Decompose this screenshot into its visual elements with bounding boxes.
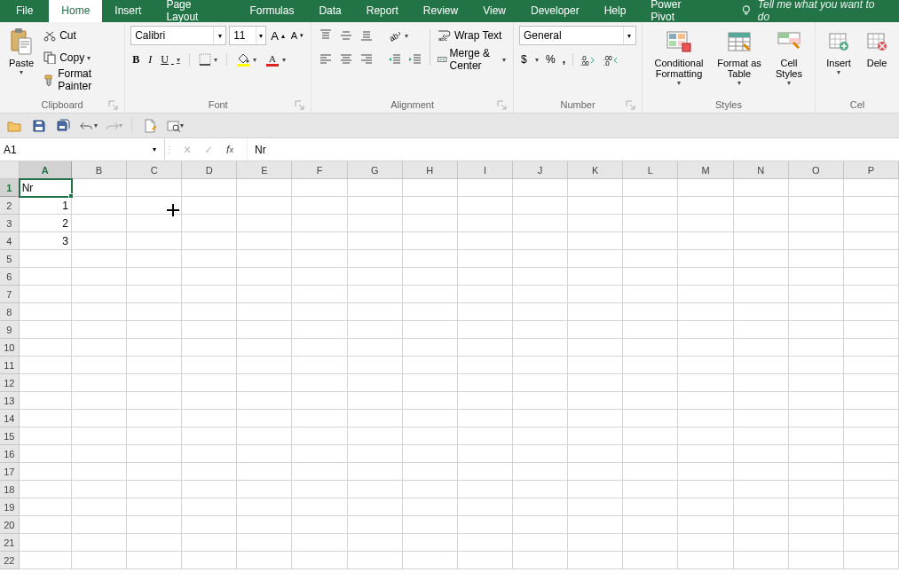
cell[interactable] xyxy=(623,303,678,321)
row-header[interactable]: 18 xyxy=(0,481,20,498)
cell[interactable] xyxy=(237,516,292,534)
cell[interactable] xyxy=(678,498,733,516)
cell[interactable] xyxy=(348,534,403,552)
cell[interactable] xyxy=(844,552,899,569)
cell[interactable] xyxy=(513,516,568,534)
data-tab[interactable]: Data xyxy=(306,0,353,22)
cell[interactable] xyxy=(568,374,623,392)
cell[interactable] xyxy=(678,427,733,445)
conditional-formatting-button[interactable]: Conditional Formatting▾ xyxy=(648,26,710,97)
cell[interactable] xyxy=(844,534,899,552)
cell[interactable] xyxy=(623,463,678,481)
cell[interactable] xyxy=(348,463,403,481)
row-header[interactable]: 8 xyxy=(0,303,20,321)
cell[interactable] xyxy=(348,197,403,215)
cell[interactable] xyxy=(182,481,237,498)
number-format-combobox[interactable]: ▾ xyxy=(519,26,636,45)
cell[interactable] xyxy=(127,179,182,197)
cell[interactable] xyxy=(734,179,789,197)
cell[interactable] xyxy=(734,339,789,357)
cell[interactable] xyxy=(292,286,347,303)
copy-button[interactable]: Copy ▾ xyxy=(41,48,119,67)
cell[interactable] xyxy=(513,286,568,303)
row-header[interactable]: 1 xyxy=(0,179,20,197)
row-header[interactable]: 10 xyxy=(0,339,20,357)
cell[interactable] xyxy=(72,463,127,481)
cell[interactable] xyxy=(403,268,458,286)
cell[interactable] xyxy=(237,481,292,498)
cell[interactable] xyxy=(513,498,568,516)
cell[interactable] xyxy=(20,392,72,410)
cell[interactable] xyxy=(403,374,458,392)
cell[interactable] xyxy=(789,463,844,481)
cell[interactable] xyxy=(20,286,72,303)
cell[interactable] xyxy=(348,321,403,339)
row-header[interactable]: 12 xyxy=(0,374,20,392)
cell[interactable] xyxy=(844,179,899,197)
cell[interactable] xyxy=(789,286,844,303)
cell[interactable] xyxy=(403,250,458,268)
align-middle-button[interactable] xyxy=(337,26,355,45)
cell[interactable] xyxy=(513,268,568,286)
cell[interactable] xyxy=(513,232,568,250)
cell[interactable] xyxy=(844,286,899,303)
cell[interactable] xyxy=(127,321,182,339)
new-sheet-button[interactable] xyxy=(141,117,159,135)
cell[interactable] xyxy=(513,215,568,232)
cell[interactable] xyxy=(678,215,733,232)
cell[interactable] xyxy=(844,215,899,232)
cut-button[interactable]: Cut xyxy=(41,26,119,45)
cell[interactable] xyxy=(623,179,678,197)
cell[interactable] xyxy=(678,410,733,427)
cell[interactable] xyxy=(72,481,127,498)
cell[interactable] xyxy=(458,250,513,268)
cell[interactable] xyxy=(127,410,182,427)
cell[interactable] xyxy=(20,374,72,392)
cell[interactable] xyxy=(568,516,623,534)
column-header[interactable]: K xyxy=(568,161,623,178)
cell[interactable] xyxy=(568,321,623,339)
cell[interactable] xyxy=(458,427,513,445)
cell[interactable] xyxy=(789,268,844,286)
cell[interactable] xyxy=(789,445,844,463)
cell[interactable]: 2 xyxy=(20,215,72,232)
cell[interactable] xyxy=(237,339,292,357)
column-header[interactable]: F xyxy=(292,161,347,178)
cell[interactable] xyxy=(844,498,899,516)
font-name-combobox[interactable]: ▾ xyxy=(130,26,226,45)
home-tab[interactable]: Home xyxy=(49,0,102,22)
cell[interactable] xyxy=(403,516,458,534)
cell[interactable] xyxy=(182,552,237,569)
cell[interactable] xyxy=(20,552,72,569)
row-header[interactable]: 20 xyxy=(0,516,20,534)
formulas-tab[interactable]: Formulas xyxy=(237,0,306,22)
cell[interactable] xyxy=(734,445,789,463)
cell[interactable] xyxy=(568,339,623,357)
chevron-down-icon[interactable]: ▾ xyxy=(623,27,635,44)
cell[interactable] xyxy=(789,303,844,321)
row-header[interactable]: 3 xyxy=(0,215,20,232)
cell[interactable] xyxy=(348,286,403,303)
cell[interactable] xyxy=(734,427,789,445)
open-button[interactable] xyxy=(5,117,23,135)
cell[interactable] xyxy=(458,392,513,410)
cell[interactable] xyxy=(292,516,347,534)
cell[interactable] xyxy=(789,552,844,569)
cell[interactable] xyxy=(72,268,127,286)
cell[interactable] xyxy=(623,498,678,516)
font-size-combobox[interactable]: ▾ xyxy=(229,26,266,45)
increase-font-button[interactable]: A▴ xyxy=(269,26,287,45)
power-pivot-tab[interactable]: Power Pivot xyxy=(638,0,719,22)
cell[interactable] xyxy=(403,232,458,250)
cell[interactable] xyxy=(182,197,237,215)
cell[interactable] xyxy=(844,410,899,427)
cell[interactable] xyxy=(403,552,458,569)
cell[interactable] xyxy=(403,303,458,321)
enter-button[interactable]: ✓ xyxy=(199,140,218,160)
cell[interactable] xyxy=(72,516,127,534)
cell[interactable] xyxy=(513,250,568,268)
cell[interactable] xyxy=(182,516,237,534)
cell[interactable] xyxy=(734,392,789,410)
align-right-button[interactable] xyxy=(358,50,375,69)
row-header[interactable]: 16 xyxy=(0,445,20,463)
